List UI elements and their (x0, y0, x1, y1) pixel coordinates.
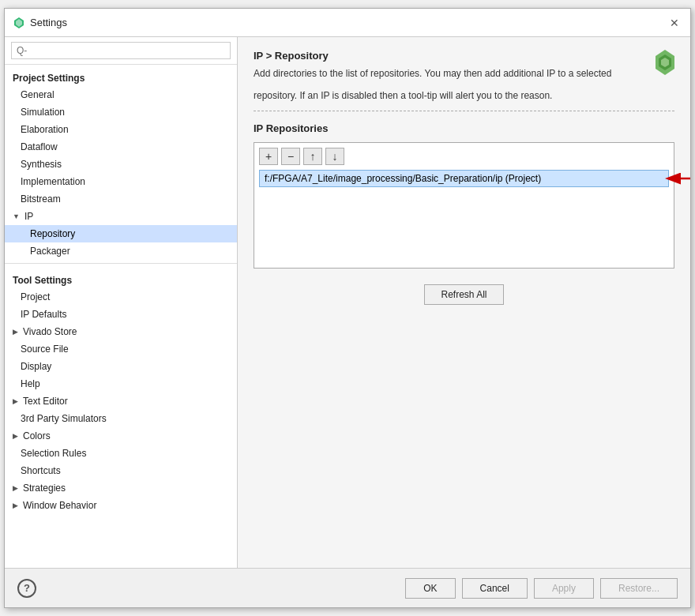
dialog-title: Settings (30, 17, 67, 28)
vivado-store-chevron: ▶ (13, 328, 18, 336)
sidebar-item-shortcuts[interactable]: Shortcuts (5, 462, 237, 479)
sidebar-item-dataflow[interactable]: Dataflow (5, 138, 237, 156)
bottom-right: OK Cancel Apply Restore... (405, 578, 678, 599)
sidebar-item-text-editor[interactable]: ▶ Text Editor (5, 393, 237, 410)
bottom-left: ? (17, 579, 36, 598)
general-label: General (21, 89, 54, 100)
colors-chevron: ▶ (13, 432, 18, 440)
ip-defaults-label: IP Defaults (21, 309, 66, 320)
dataflow-label: Dataflow (21, 141, 58, 152)
repository-label: Repository (30, 228, 75, 239)
ok-button[interactable]: OK (405, 578, 455, 599)
sidebar-item-colors[interactable]: ▶ Colors (5, 427, 237, 445)
sidebar-item-help[interactable]: Help (5, 375, 237, 393)
shortcuts-label: Shortcuts (21, 465, 61, 476)
app-icon (13, 17, 25, 29)
repo-item[interactable]: f:/FPGA/A7_Lite/image_processing/Basic_P… (259, 170, 669, 187)
bitstream-label: Bitstream (21, 193, 61, 205)
panel-breadcrumb: IP > Repository (254, 50, 674, 62)
sidebar-item-synthesis[interactable]: Synthesis (5, 156, 237, 173)
search-box (5, 37, 237, 65)
title-bar: Settings ✕ (5, 9, 690, 37)
window-behavior-chevron: ▶ (13, 501, 18, 509)
ip-repos-box: + − ↑ ↓ f:/FPGA/A7_Lite/image_processing… (254, 142, 674, 269)
sidebar-item-ip-defaults[interactable]: IP Defaults (5, 306, 237, 323)
main-content: Project Settings General Simulation Elab… (5, 37, 690, 568)
sidebar-item-simulation[interactable]: Simulation (5, 103, 237, 121)
ip-chevron: ▼ (13, 212, 20, 220)
project-label: Project (21, 291, 50, 302)
settings-dialog: Settings ✕ Project Settings General Simu… (4, 8, 691, 608)
refresh-all-button[interactable]: Refresh All (424, 284, 503, 305)
sidebar-divider (5, 263, 237, 264)
help-label: Help (21, 378, 40, 389)
sidebar-item-repository[interactable]: Repository (5, 225, 237, 242)
sidebar-item-3rd-party[interactable]: 3rd Party Simulators (5, 410, 237, 427)
bottom-bar: ? OK Cancel Apply Restore... (5, 568, 690, 607)
vivado-logo (651, 48, 679, 79)
sidebar-item-strategies[interactable]: ▶ Strategies (5, 479, 237, 497)
red-arrow (664, 170, 690, 187)
sidebar-item-display[interactable]: Display (5, 358, 237, 375)
implementation-label: Implementation (21, 176, 85, 187)
sidebar-item-implementation[interactable]: Implementation (5, 173, 237, 190)
close-button[interactable]: ✕ (667, 15, 682, 31)
vivado-store-label: Vivado Store (23, 326, 77, 337)
panel-divider (254, 111, 674, 111)
repos-toolbar: + − ↑ ↓ (259, 148, 669, 165)
repo-list: f:/FPGA/A7_Lite/image_processing/Basic_P… (259, 170, 669, 249)
help-button[interactable]: ? (17, 579, 36, 598)
apply-button[interactable]: Apply (534, 578, 594, 599)
sidebar-item-bitstream[interactable]: Bitstream (5, 190, 237, 208)
restore-button[interactable]: Restore... (600, 578, 678, 599)
sidebar-item-ip[interactable]: ▼ IP (5, 208, 237, 225)
display-label: Display (21, 361, 51, 372)
strategies-label: Strategies (23, 483, 66, 494)
search-input[interactable] (11, 42, 231, 59)
colors-label: Colors (23, 430, 51, 441)
sidebar-item-general[interactable]: General (5, 86, 237, 103)
refresh-all-area: Refresh All (254, 284, 674, 305)
move-down-button[interactable]: ↓ (325, 148, 344, 165)
panel-description-2: repository. If an IP is disabled then a … (254, 88, 674, 103)
source-file-label: Source File (21, 344, 69, 355)
panel-description-1: Add directories to the list of repositor… (254, 66, 674, 81)
window-behavior-label: Window Behavior (23, 500, 96, 511)
selection-rules-label: Selection Rules (21, 448, 86, 459)
text-editor-chevron: ▶ (13, 397, 18, 405)
packager-label: Packager (30, 246, 70, 257)
elaboration-label: Elaboration (21, 124, 69, 135)
strategies-chevron: ▶ (13, 484, 18, 492)
sidebar: Project Settings General Simulation Elab… (5, 37, 238, 568)
ip-label: IP (24, 211, 33, 222)
cancel-button[interactable]: Cancel (462, 578, 528, 599)
text-editor-label: Text Editor (23, 396, 68, 407)
repo-path: f:/FPGA/A7_Lite/image_processing/Basic_P… (265, 173, 541, 184)
sidebar-item-elaboration[interactable]: Elaboration (5, 121, 237, 138)
tool-settings-header: Tool Settings (5, 270, 237, 288)
sidebar-item-packager[interactable]: Packager (5, 242, 237, 260)
synthesis-label: Synthesis (21, 159, 62, 170)
sidebar-item-selection-rules[interactable]: Selection Rules (5, 445, 237, 462)
sidebar-item-source-file[interactable]: Source File (5, 340, 237, 358)
sidebar-item-window-behavior[interactable]: ▶ Window Behavior (5, 497, 237, 514)
move-up-button[interactable]: ↑ (303, 148, 322, 165)
remove-repo-button[interactable]: − (281, 148, 300, 165)
project-settings-header: Project Settings (5, 68, 237, 86)
sidebar-item-vivado-store[interactable]: ▶ Vivado Store (5, 323, 237, 340)
add-repo-button[interactable]: + (259, 148, 278, 165)
3rd-party-label: 3rd Party Simulators (21, 413, 107, 424)
simulation-label: Simulation (21, 107, 65, 118)
title-bar-left: Settings (13, 17, 67, 29)
right-panel: IP > Repository Add directories to the l… (238, 37, 690, 568)
sidebar-item-project[interactable]: Project (5, 288, 237, 306)
ip-repos-section-label: IP Repositories (254, 122, 674, 134)
